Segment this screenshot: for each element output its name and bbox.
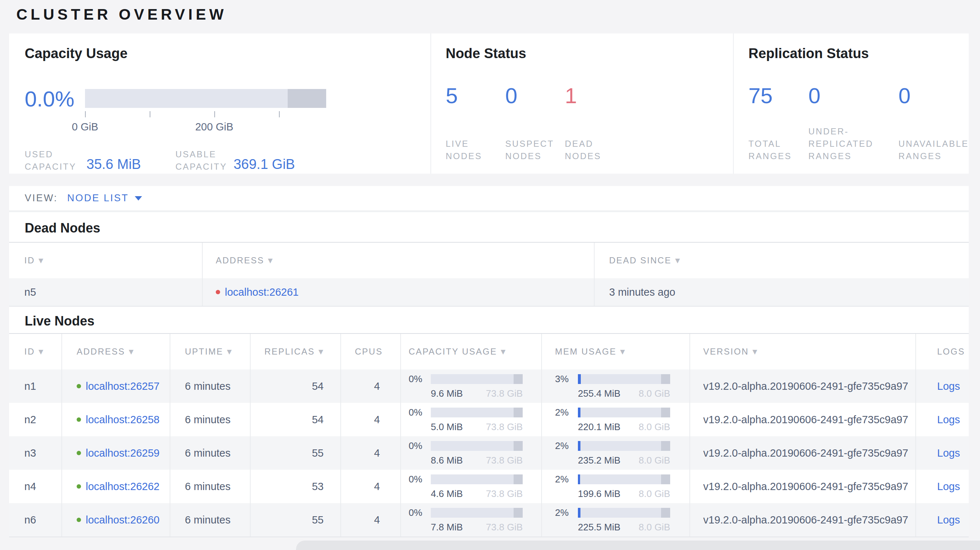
column-header-id[interactable]: ID ▼ bbox=[9, 334, 62, 369]
column-header-capacity-usage[interactable]: CAPACITY USAGE ▼ bbox=[401, 334, 542, 369]
column-header-replicas[interactable]: REPLICAS ▼ bbox=[251, 334, 341, 369]
sort-arrow-icon: ▼ bbox=[38, 348, 44, 355]
table-row: n5 localhost:26261 3 minutes ago bbox=[9, 278, 969, 306]
cpus-cell: 4 bbox=[341, 436, 401, 470]
capacity-bar-dark-segment bbox=[514, 441, 523, 451]
logs-link[interactable]: Logs bbox=[937, 414, 960, 426]
mem-percent-label: 2% bbox=[555, 474, 578, 485]
axis-tick-label: 0 GiB bbox=[72, 121, 99, 133]
node-address-link[interactable]: localhost:26259 bbox=[86, 447, 159, 459]
node-address-cell: localhost:26260 bbox=[62, 503, 170, 537]
node-live-status-icon bbox=[76, 451, 81, 455]
node-address-link[interactable]: localhost:26261 bbox=[225, 286, 299, 298]
sort-arrow-icon: ▼ bbox=[675, 257, 681, 264]
capacity-axis: 0 GiB 200 GiB bbox=[85, 111, 326, 137]
sort-arrow-icon: ▼ bbox=[227, 348, 233, 355]
replicas-cell: 54 bbox=[251, 369, 341, 403]
capacity-mini-bar: 0% 9.6 MiB 73.8 GiB bbox=[401, 374, 541, 399]
chevron-down-icon bbox=[135, 196, 142, 200]
column-header-id[interactable]: ID ▼ bbox=[9, 243, 203, 278]
mem-bar-fill bbox=[578, 474, 580, 484]
capacity-bar bbox=[431, 474, 523, 484]
capacity-used-value: 7.8 MiB bbox=[431, 522, 463, 533]
uptime-cell: 6 minutes bbox=[170, 470, 251, 503]
node-id-cell: n1 bbox=[9, 369, 62, 403]
column-header-uptime[interactable]: UPTIME ▼ bbox=[170, 334, 251, 369]
mem-percent-label: 2% bbox=[555, 507, 578, 518]
node-status-section: Node Status 5 LIVENODES 0 SUSPECTNODES 1… bbox=[430, 33, 733, 174]
mem-bar-dark-segment bbox=[661, 508, 670, 518]
uptime-cell: 6 minutes bbox=[170, 503, 251, 537]
capacity-percent-label: 0% bbox=[409, 374, 431, 385]
stat-value: 0 bbox=[808, 85, 898, 107]
logs-link[interactable]: Logs bbox=[937, 447, 960, 459]
stat-value: 0 bbox=[898, 85, 969, 107]
node-id: n2 bbox=[24, 414, 36, 426]
column-header-mem-usage[interactable]: MEM USAGE ▼ bbox=[542, 334, 690, 369]
logs-link[interactable]: Logs bbox=[937, 380, 960, 392]
replication-status-title: Replication Status bbox=[748, 45, 969, 61]
capacity-bar bbox=[431, 508, 523, 518]
node-address-link[interactable]: localhost:26262 bbox=[86, 481, 159, 493]
column-header-label: ID bbox=[24, 255, 35, 265]
node-live-status-icon bbox=[76, 518, 81, 522]
mem-bar-fill bbox=[578, 508, 581, 518]
node-id: n1 bbox=[24, 380, 36, 392]
node-list-dropdown[interactable]: NODE LIST bbox=[67, 192, 142, 204]
node-address-cell: localhost:26259 bbox=[62, 436, 170, 470]
stat-value: 0 bbox=[505, 85, 565, 107]
node-list-dropdown-value: NODE LIST bbox=[67, 192, 129, 204]
node-id-cell: n2 bbox=[9, 403, 62, 436]
uptime-cell: 6 minutes bbox=[170, 436, 251, 470]
capacity-percent-label: 0% bbox=[409, 507, 431, 518]
column-header-address[interactable]: ADDRESS ▼ bbox=[203, 243, 595, 278]
column-header-version[interactable]: VERSION ▼ bbox=[690, 334, 916, 369]
stat-value: 369.1 GiB bbox=[234, 157, 295, 173]
mem-bar-dark-segment bbox=[661, 474, 670, 484]
capacity-mini-bar: 0% 7.8 MiB 73.8 GiB bbox=[401, 507, 541, 533]
view-bar: VIEW: NODE LIST bbox=[9, 186, 969, 212]
mem-mini-bar: 2% 235.2 MiB 8.0 GiB bbox=[542, 440, 689, 466]
stat: 0 UNAVAILABLERANGES bbox=[898, 85, 969, 162]
dead-nodes-table: ID ▼ ADDRESS ▼ DEAD SINCE ▼ n5 bbox=[9, 242, 969, 307]
node-id-cell: n6 bbox=[9, 503, 62, 537]
live-nodes-header-row: ID ▼ ADDRESS ▼ UPTIME ▼ REPLICAS ▼ CPUS … bbox=[9, 334, 969, 369]
dead-nodes-heading: Dead Nodes bbox=[9, 212, 969, 242]
node-address-cell: localhost:26257 bbox=[62, 369, 170, 403]
logs-link[interactable]: Logs bbox=[937, 514, 960, 526]
node-address-link[interactable]: localhost:26260 bbox=[86, 514, 159, 526]
mem-used-value: 235.2 MiB bbox=[578, 455, 620, 466]
column-header-label: ID bbox=[24, 347, 35, 357]
capacity-total-value: 73.8 GiB bbox=[486, 488, 523, 499]
replicas-cell: 53 bbox=[251, 470, 341, 503]
mem-bar bbox=[578, 408, 670, 417]
node-id: n5 bbox=[24, 286, 36, 298]
sort-arrow-icon: ▼ bbox=[501, 348, 507, 355]
sort-arrow-icon: ▼ bbox=[268, 257, 274, 264]
node-dead-status-icon bbox=[216, 290, 220, 294]
capacity-mini-bar: 0% 8.6 MiB 73.8 GiB bbox=[401, 440, 541, 466]
version-cell: v19.2.0-alpha.20190606-2491-gfe735c9a97 bbox=[690, 369, 916, 403]
sort-arrow-icon: ▼ bbox=[129, 348, 135, 355]
replicas-cell: 54 bbox=[251, 403, 341, 436]
stat-label: SUSPECTNODES bbox=[505, 138, 565, 162]
logs-cell: Logs bbox=[916, 436, 969, 470]
column-header-label: MEM USAGE bbox=[555, 347, 616, 357]
mem-usage-cell: 3% 255.4 MiB 8.0 GiB bbox=[542, 369, 690, 403]
uptime-cell: 6 minutes bbox=[170, 403, 251, 436]
capacity-bar-dark-segment bbox=[514, 474, 523, 484]
node-live-status-icon bbox=[76, 484, 81, 489]
node-address-link[interactable]: localhost:26257 bbox=[86, 380, 159, 392]
capacity-usage-cell: 0% 4.6 MiB 73.8 GiB bbox=[401, 470, 542, 503]
node-address-link[interactable]: localhost:26258 bbox=[86, 414, 159, 426]
mem-bar-fill bbox=[578, 441, 581, 451]
column-header-address[interactable]: ADDRESS ▼ bbox=[62, 334, 170, 369]
version-cell: v19.2.0-alpha.20190606-2491-gfe735c9a97 bbox=[690, 503, 916, 537]
cpus-cell: 4 bbox=[341, 369, 401, 403]
column-header-dead-since[interactable]: DEAD SINCE ▼ bbox=[595, 243, 969, 278]
capacity-stat: USEDCAPACITY 35.6 MiB bbox=[25, 148, 141, 173]
stat-value: 75 bbox=[748, 85, 808, 107]
table-row: n3 localhost:26259 6 minutes 55 4 bbox=[9, 436, 969, 470]
cpus-cell: 4 bbox=[341, 470, 401, 503]
logs-link[interactable]: Logs bbox=[937, 481, 960, 493]
